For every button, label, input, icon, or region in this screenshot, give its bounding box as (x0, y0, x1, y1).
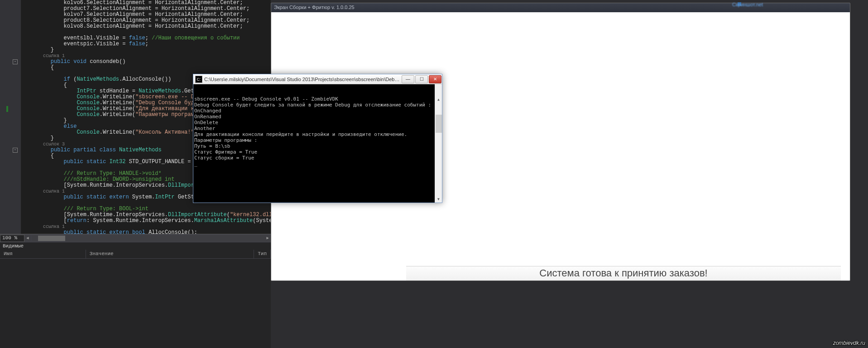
scroll-right-arrow[interactable]: ► (264, 235, 271, 242)
console-scrollbar[interactable]: ▲ ▼ (435, 84, 442, 203)
code-line[interactable]: public static extern bool AllocConsole()… (21, 230, 271, 234)
fold-toggle[interactable]: - (13, 148, 18, 153)
console-title-text: C:\Users\e.milskiy\Documents\Visual Stud… (204, 77, 401, 82)
editor-bottom-bar: 100 % ◄ ► (0, 234, 271, 242)
gutter: -- (0, 0, 21, 234)
code-line[interactable]: [return: System.Runtime.InteropServices.… (21, 218, 271, 224)
console-line: Параметры программы : (194, 137, 441, 143)
locals-panel: Видимые Имя Значение Тип (0, 242, 271, 348)
console-line: sbscreen.exe -- Debug Console v0.01 -- Z… (194, 96, 441, 102)
code-line[interactable]: { (21, 65, 271, 71)
code-line[interactable]: kolvo8.SelectionAlignment = HorizontalAl… (21, 24, 271, 29)
watermark: zombievdk.ru (833, 340, 865, 346)
locals-tab[interactable]: Видимые (0, 242, 271, 250)
console-line: OnRenamed (194, 114, 441, 120)
col-name[interactable]: Имя (0, 250, 86, 258)
console-line: Debug Console будет следить за папкой в … (194, 102, 441, 108)
side-link[interactable]: Скриншот.net (732, 2, 763, 7)
console-body[interactable]: sbscreen.exe -- Debug Console v0.01 -- Z… (193, 84, 442, 203)
console-line: Статус Фритюра = True (194, 149, 441, 155)
code-line[interactable]: public void consondeb() (21, 59, 271, 65)
console-titlebar[interactable]: C: C:\Users\e.milskiy\Documents\Visual S… (193, 74, 442, 84)
breakpoint-hint (6, 106, 8, 112)
console-line: Статус сборки = True (194, 155, 441, 161)
horizontal-scrollbar[interactable] (32, 235, 264, 242)
console-line: OnChanged (194, 108, 441, 114)
code-line[interactable]: } (21, 47, 271, 53)
scroll-left-arrow[interactable]: ◄ (24, 235, 31, 242)
maximize-button[interactable]: ☐ (415, 75, 428, 83)
console-line: Для деактивации консоли перейдите в наст… (194, 131, 441, 137)
app-titlebar[interactable]: Экран Сборки + Фритюр v. 1.0.0.25 (271, 3, 850, 12)
side-extra: Скриншот.net (737, 0, 868, 5)
minimize-button[interactable]: — (402, 75, 414, 83)
console-line: OnDelete (194, 120, 441, 126)
fold-toggle[interactable]: - (13, 59, 18, 64)
col-value[interactable]: Значение (86, 250, 254, 258)
console-line: Путь = B:\sb (194, 143, 441, 149)
app-status-bar: Система готова к принятию заказов! (406, 266, 841, 280)
scroll-down-arrow[interactable]: ▼ (435, 196, 442, 203)
console-line: Another (194, 126, 441, 131)
scroll-up-arrow[interactable]: ▲ (435, 96, 442, 103)
console-app-icon: C: (195, 76, 202, 83)
code-line[interactable]: eventspic.Visible = false; (21, 41, 271, 47)
close-button[interactable]: ✕ (429, 75, 441, 83)
zoom-combo[interactable]: 100 % (0, 235, 24, 242)
console-window: C: C:\Users\e.milskiy\Documents\Visual S… (193, 74, 442, 203)
col-type[interactable]: Тип (254, 250, 271, 258)
scroll-thumb[interactable] (38, 236, 65, 241)
scroll-thumb[interactable] (436, 115, 442, 133)
console-line: _ (194, 161, 441, 167)
